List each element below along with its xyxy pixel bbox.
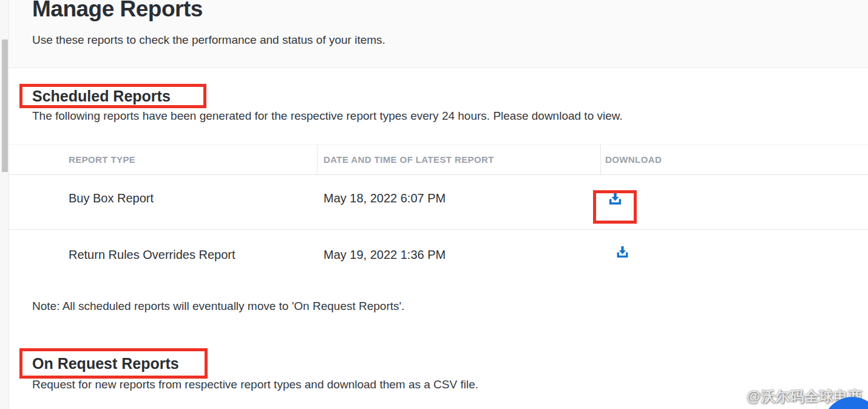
report-type-cell: Buy Box Report [69,191,154,205]
column-header-date: DATE AND TIME OF LATEST REPORT [324,154,494,165]
column-header-download: DOWNLOAD [605,154,662,165]
table-header-row: REPORT TYPE DATE AND TIME OF LATEST REPO… [9,144,868,175]
scheduled-reports-note: Note: All scheduled reports will eventua… [32,298,404,314]
on-request-reports-description: Request for new reports from respective … [32,377,478,393]
annotation-box-on-request-heading: On Request Reports [19,348,208,379]
report-date-cell: May 18, 2022 6:07 PM [324,191,446,205]
manage-reports-page: Manage Reports Use these reports to chec… [0,0,868,409]
download-icon [615,252,630,261]
annotation-box-scheduled-heading: Scheduled Reports [19,84,206,108]
scheduled-reports-heading: Scheduled Reports [22,89,171,104]
report-date-cell: May 19, 2022 1:36 PM [324,248,446,262]
scheduled-reports-table: REPORT TYPE DATE AND TIME OF LATEST REPO… [9,144,868,286]
on-request-reports-heading: On Request Reports [22,356,179,371]
report-type-cell: Return Rules Overrides Report [69,248,236,262]
scrollbar-thumb[interactable] [2,40,8,172]
download-button[interactable] [615,244,630,259]
column-divider [317,145,317,174]
page-subtitle: Use these reports to check the performan… [32,32,385,48]
table-row-return-rules: Return Rules Overrides Report May 19, 20… [9,230,868,286]
annotation-box-download-button [593,190,637,224]
column-header-report-type: REPORT TYPE [69,154,135,165]
column-divider [600,145,601,174]
page-title: Manage Reports [32,0,203,23]
table-row-buy-box: Buy Box Report May 18, 2022 6:07 PM [9,174,868,230]
page-header: Manage Reports Use these reports to chec… [9,0,868,68]
scheduled-reports-description: The following reports have been generate… [32,108,623,124]
left-scrollbar[interactable] [0,0,9,409]
